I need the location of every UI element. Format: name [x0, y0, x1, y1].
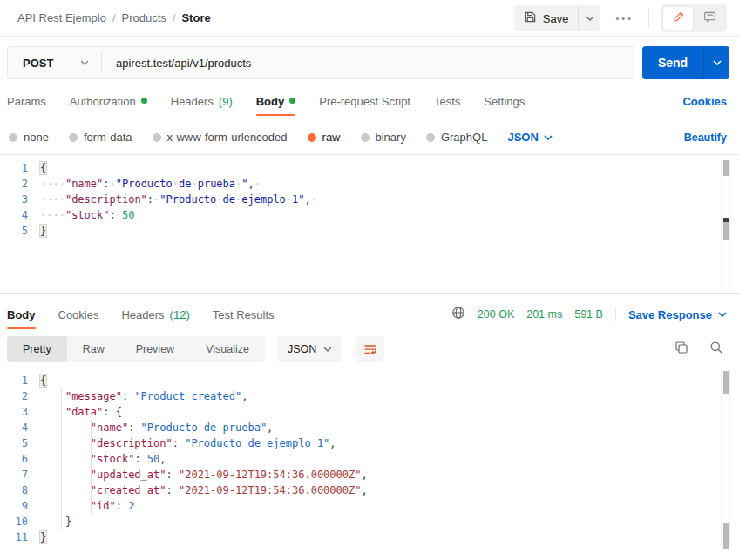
response-body-viewer[interactable]: 1{2 "message": "Product created",3 "data… — [0, 366, 739, 549]
mode-none[interactable]: none — [9, 131, 49, 144]
raw-type-label: JSON — [507, 131, 538, 144]
tab-params[interactable]: Params — [7, 84, 46, 118]
response-status-cluster: 200 OK 201 ms 591 B Save Response — [451, 300, 727, 329]
tab-label: Test Results — [213, 308, 275, 321]
chevron-down-icon — [718, 312, 727, 317]
response-tab-body[interactable]: Body — [7, 300, 36, 329]
save-button-label: Save — [543, 12, 569, 25]
edit-mode-button[interactable] — [663, 7, 693, 30]
mode-binary[interactable]: binary — [361, 131, 406, 144]
response-scrollbar[interactable] — [721, 369, 730, 545]
tab-label: Headers — [121, 308, 164, 321]
tab-count: (9) — [219, 95, 233, 108]
beautify-link[interactable]: Beautify — [684, 132, 727, 144]
line-number: 6 — [7, 451, 40, 467]
request-editor-scrollbar[interactable] — [721, 159, 730, 288]
scrollbar-thumb[interactable] — [723, 523, 729, 549]
status-size: 591 B — [574, 308, 603, 320]
tab-body[interactable]: Body — [256, 84, 296, 118]
tab-label: Tests — [434, 95, 460, 108]
code-line: 1{ — [7, 373, 739, 388]
view-visualize[interactable]: Visualize — [190, 336, 265, 362]
code-line: 3····"description":·"Producto·de·ejemplo… — [7, 192, 739, 207]
response-format-label: JSON — [288, 343, 316, 355]
send-options-button[interactable] — [703, 46, 729, 79]
mode-label: form-data — [84, 131, 132, 144]
save-response-button[interactable]: Save Response — [628, 308, 727, 321]
chevron-down-icon — [713, 60, 722, 65]
breadcrumb-folder[interactable]: Products — [122, 11, 166, 24]
save-options-button[interactable] — [578, 5, 600, 31]
response-tab-cookies[interactable]: Cookies — [58, 300, 99, 329]
method-select[interactable]: POST — [8, 57, 101, 70]
code-line: 8 "created_at": "2021-09-12T19:54:36.000… — [7, 482, 739, 498]
tab-label: Headers — [171, 95, 214, 108]
tab-tests[interactable]: Tests — [434, 84, 460, 118]
mode-label: binary — [376, 131, 406, 144]
scrollbar-thumb[interactable] — [723, 371, 729, 394]
line-number: 2 — [7, 388, 40, 404]
cookies-link[interactable]: Cookies — [682, 95, 727, 108]
raw-type-select[interactable]: JSON — [507, 131, 552, 144]
comment-icon — [703, 10, 716, 27]
tab-label: Pre-request Script — [319, 95, 410, 108]
request-body-editor[interactable]: 1{2····"name":·"Producto·de·prueba·",·3·… — [0, 155, 739, 294]
response-tab-test-results[interactable]: Test Results — [213, 300, 275, 329]
code-line: 1{ — [7, 160, 739, 176]
code-line: 6 "stock": 50, — [7, 451, 739, 467]
tab-authorization[interactable]: Authorization — [70, 84, 147, 118]
save-button[interactable]: Save — [514, 10, 579, 26]
code-line: 2····"name":·"Producto·de·prueba·",· — [7, 176, 739, 192]
tab-headers[interactable]: Headers(9) — [171, 84, 233, 118]
line-number: 3 — [7, 192, 40, 207]
chevron-down-icon — [80, 60, 89, 65]
mode-form-data[interactable]: form-data — [69, 131, 132, 144]
line-number: 10 — [7, 514, 40, 530]
view-mode-toggle — [661, 4, 727, 32]
search-icon[interactable] — [709, 341, 723, 358]
copy-icon[interactable] — [675, 341, 688, 358]
body-mode-row: none form-data x-www-form-urlencoded raw… — [0, 120, 739, 155]
response-format-select[interactable]: JSON — [277, 336, 342, 362]
header-divider — [648, 9, 649, 28]
indent-guide — [91, 420, 92, 514]
radio-icon — [69, 133, 78, 142]
code-line: 9 "id": 2 — [7, 498, 739, 514]
view-pretty[interactable]: Pretty — [7, 336, 67, 362]
header-bar: API Rest Ejemplo / Products / Store Save… — [0, 0, 739, 37]
tab-pre-request-script[interactable]: Pre-request Script — [319, 84, 410, 118]
save-response-label: Save Response — [628, 308, 712, 321]
mode-graphql[interactable]: GraphQL — [426, 131, 487, 144]
wrap-lines-button[interactable] — [356, 336, 384, 362]
breadcrumb-collection[interactable]: API Rest Ejemplo — [17, 11, 106, 24]
send-button[interactable]: Send — [642, 46, 703, 79]
status-code: 200 OK — [478, 308, 514, 320]
tab-label: Settings — [484, 95, 525, 108]
code-line: 4····"stock":·50 — [7, 207, 739, 223]
comments-button[interactable] — [695, 7, 724, 30]
line-number: 1 — [7, 373, 40, 388]
scrollbar-thumb[interactable] — [723, 222, 729, 240]
line-number: 5 — [7, 223, 40, 239]
tab-count: (12) — [170, 308, 190, 321]
pencil-icon — [672, 10, 685, 27]
view-raw[interactable]: Raw — [67, 336, 120, 362]
mode-x-www-form-urlencoded[interactable]: x-www-form-urlencoded — [153, 131, 288, 144]
tab-settings[interactable]: Settings — [484, 84, 525, 118]
wrap-text-icon — [363, 343, 377, 356]
more-options-button[interactable]: ••• — [612, 13, 637, 24]
response-tab-headers[interactable]: Headers(12) — [121, 300, 189, 329]
line-number: 7 — [7, 467, 40, 482]
send-button-group: Send — [642, 46, 729, 79]
radio-icon — [361, 133, 370, 142]
breadcrumb-request[interactable]: Store — [181, 11, 210, 24]
radio-icon — [426, 133, 435, 142]
view-preview[interactable]: Preview — [120, 336, 190, 362]
postman-app: API Rest Ejemplo / Products / Store Save… — [0, 0, 739, 560]
scrollbar-thumb[interactable] — [723, 160, 729, 176]
mode-raw[interactable]: raw — [308, 131, 341, 144]
tab-label: Cookies — [58, 308, 99, 321]
url-input[interactable]: apirest.test/api/v1/products — [102, 57, 251, 70]
save-button-group: Save — [514, 5, 601, 31]
code-line: 5 "description": "Producto de ejemplo 1"… — [7, 435, 739, 451]
